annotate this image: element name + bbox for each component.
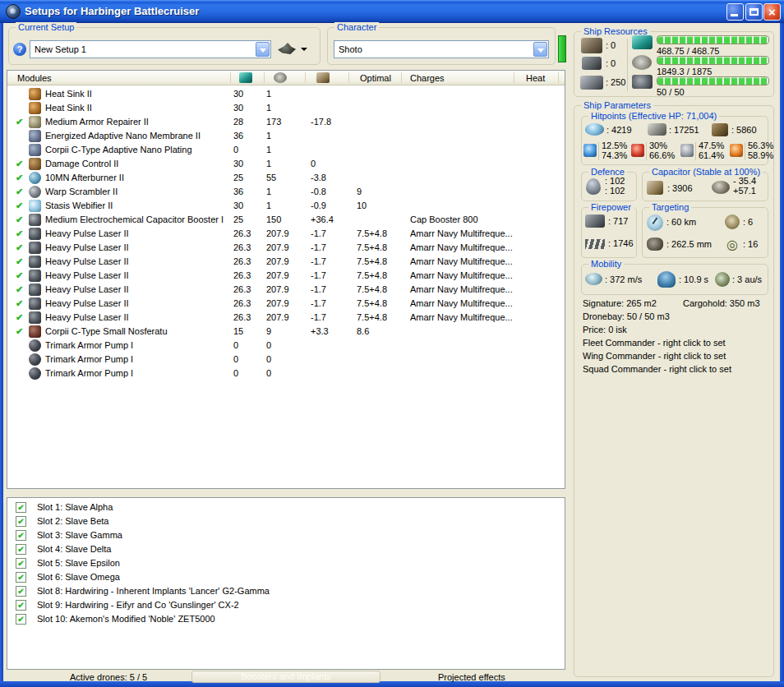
maximize-button[interactable] (745, 3, 763, 21)
module-cpu: 26.3 (233, 297, 251, 311)
implant-slot-row: ✔ Slot 10: Akemon's Modified 'Noble' ZET… (8, 612, 564, 626)
chevron-down-icon[interactable] (533, 42, 547, 57)
title-bar: Setups for Harbinger Battlecruiser × (0, 0, 784, 23)
column-charges[interactable]: Charges (410, 73, 445, 83)
module-row[interactable]: ✔ Corpii C-Type Adaptive Nano Plating 0 … (8, 143, 564, 157)
skill-level-indicator (558, 35, 566, 62)
module-row[interactable]: ✔ Heavy Pulse Laser II 26.3 207.9 -1.7 7… (8, 255, 564, 269)
character-combobox[interactable]: Shoto (334, 40, 549, 58)
column-heat[interactable]: Heat (526, 73, 545, 83)
wing-commander-text[interactable]: Wing Commander - right click to set (583, 351, 726, 361)
thermal-resist-shield: 30% (649, 141, 675, 150)
module-row[interactable]: ✔ Heavy Pulse Laser II 26.3 207.9 -1.7 7… (8, 241, 564, 255)
module-row[interactable]: ✔ Trimark Armor Pump I 0 0 (8, 339, 564, 353)
module-row[interactable]: ✔ 10MN Afterburner II 25 55 -3.8 (8, 171, 564, 185)
module-name: Corpii C-Type Small Nosferatu (45, 325, 168, 339)
pulse-laser-icon (29, 297, 41, 310)
module-row[interactable]: ✔ Warp Scrambler II 36 1 -0.8 9 (8, 185, 564, 199)
module-cap-use: -1.7 (311, 241, 326, 255)
module-row[interactable]: ✔ Trimark Armor Pump I 0 0 (8, 367, 564, 380)
implant-slot-row: ✔ Slot 4: Slave Delta (8, 542, 564, 556)
explosive-resist-armor: 58.9% (748, 150, 773, 160)
module-row[interactable]: ✔ Medium Armor Repairer II 28 173 -17.8 (8, 115, 564, 129)
stasis-webifier-icon (29, 200, 41, 212)
slot-label: Slot 10: Akemon's Modified 'Noble' ZET50… (37, 612, 215, 626)
cpu-icon (632, 35, 653, 49)
em-resist-icon (583, 144, 597, 157)
slot-checkbox[interactable]: ✔ (16, 572, 26, 583)
module-name: Heat Sink II (45, 87, 92, 101)
ship-parameters-group: Ship Parameters Hitpoints (Effective HP:… (574, 105, 774, 677)
help-icon[interactable]: ? (13, 43, 26, 56)
active-check-icon: ✔ (16, 311, 23, 325)
module-cpu: 26.3 (233, 283, 251, 297)
explosive-resist-icon (730, 144, 743, 157)
module-row[interactable]: ✔ Heavy Pulse Laser II 26.3 207.9 -1.7 7… (8, 269, 564, 283)
active-check-icon: ✔ (16, 171, 23, 185)
module-row[interactable]: ✔ Corpii C-Type Small Nosferatu 15 9 +3.… (8, 325, 564, 339)
slot-checkbox[interactable]: ✔ (16, 586, 26, 597)
capacitor-icon[interactable] (316, 72, 330, 83)
slot-checkbox[interactable]: ✔ (16, 530, 26, 541)
module-cpu: 0 (233, 339, 238, 353)
rig-calibration-value: : 250 (606, 77, 625, 87)
column-modules[interactable]: Modules (17, 73, 52, 83)
turret-hardpoints-value: : 0 (606, 40, 616, 50)
powergrid-icon[interactable] (274, 72, 287, 83)
module-row[interactable]: ✔ Heat Sink II 30 1 (8, 101, 564, 115)
chevron-down-icon[interactable] (256, 42, 270, 57)
module-row[interactable]: ✔ Heavy Pulse Laser II 26.3 207.9 -1.7 7… (8, 227, 564, 241)
slot-checkbox[interactable]: ✔ (16, 502, 26, 513)
implant-slot-row: ✔ Slot 8: Hardwiring - Inherent Implants… (8, 584, 564, 598)
squad-commander-text[interactable]: Squad Commander - right click to set (583, 364, 731, 374)
module-powergrid: 150 (266, 213, 281, 227)
module-name: Corpii C-Type Adaptive Nano Plating (45, 143, 192, 157)
slot-checkbox[interactable]: ✔ (16, 600, 26, 611)
module-row[interactable]: ✔ Heavy Pulse Laser II 26.3 207.9 -1.7 7… (8, 311, 564, 325)
module-name: Trimark Armor Pump I (45, 367, 133, 380)
column-optimal[interactable]: Optimal (360, 73, 391, 83)
ship-menu-button[interactable] (278, 41, 309, 58)
thermal-resist-armor: 66.6% (649, 150, 675, 160)
module-row[interactable]: ✔ Damage Control II 30 1 0 (8, 157, 564, 171)
slot-checkbox[interactable]: ✔ (16, 558, 26, 569)
pulse-laser-icon (29, 270, 41, 282)
implant-slot-row: ✔ Slot 3: Slave Gamma (8, 528, 564, 542)
slot-checkbox[interactable]: ✔ (16, 614, 26, 625)
em-resist-shield: 12.5% (602, 141, 627, 150)
fleet-commander-text[interactable]: Fleet Commander - right click to set (583, 338, 726, 348)
module-optimal: 7.5+4.8 (357, 283, 387, 297)
boosters-and-implants-button[interactable]: Boosters and Implants (191, 671, 380, 683)
pulse-laser-icon (29, 256, 41, 268)
active-check-icon: ✔ (16, 213, 23, 227)
slot-checkbox[interactable]: ✔ (16, 544, 26, 555)
module-cap-use: 0 (311, 157, 316, 171)
close-button[interactable]: × (763, 3, 781, 21)
slot-checkbox[interactable]: ✔ (16, 516, 26, 527)
module-row[interactable]: ✔ Heavy Pulse Laser II 26.3 207.9 -1.7 7… (8, 283, 564, 297)
align-time-value: : 10.9 s (679, 274, 708, 284)
module-cap-use: -3.8 (311, 171, 326, 185)
setup-combobox[interactable]: New Setup 1 (30, 40, 271, 58)
module-row[interactable]: ✔ Heavy Pulse Laser II 26.3 207.9 -1.7 7… (8, 297, 564, 311)
module-cpu: 26.3 (233, 255, 251, 269)
module-row[interactable]: ✔ Heat Sink II 30 1 (8, 87, 564, 101)
module-charges: Amarr Navy Multifreque... (410, 311, 513, 325)
module-cpu: 36 (233, 185, 243, 199)
module-charges: Amarr Navy Multifreque... (410, 283, 513, 297)
module-row[interactable]: ✔ Energized Adaptive Nano Membrane II 36… (8, 129, 564, 143)
module-row[interactable]: ✔ Medium Electrochemical Capacitor Boost… (8, 213, 564, 227)
module-row[interactable]: ✔ Trimark Armor Pump I 0 0 (8, 353, 564, 367)
module-powergrid: 207.9 (266, 297, 289, 311)
active-drones-toggle[interactable]: Active drones: 5 / 5 (70, 672, 147, 682)
cpu-icon[interactable] (239, 72, 252, 83)
slot-label: Slot 3: Slave Gamma (37, 528, 122, 542)
module-cpu: 36 (233, 129, 243, 143)
module-row[interactable]: ✔ Stasis Webifier II 30 1 -0.9 10 (8, 199, 564, 213)
ship-resources-group: Ship Resources : 0 : 0 : 250 468.75 / 46… (574, 31, 774, 97)
powergrid-icon (632, 55, 652, 70)
pulse-laser-icon (29, 228, 41, 240)
minimize-button[interactable] (726, 3, 744, 21)
active-check-icon: ✔ (16, 227, 23, 241)
projected-effects-toggle[interactable]: Projected effects (438, 672, 505, 682)
